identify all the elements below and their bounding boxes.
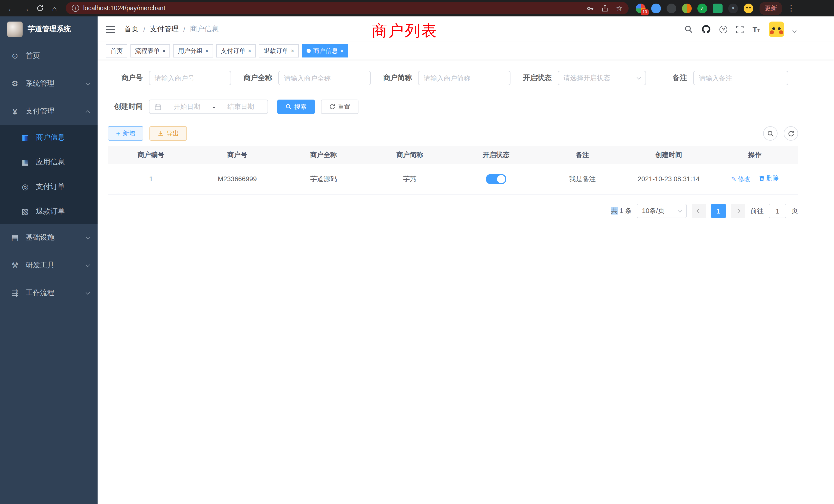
tab-merchant-info[interactable]: 商户信息 × [302,44,348,58]
reset-button[interactable]: 重置 [321,99,358,114]
browser-update-button[interactable]: 更新 [760,2,782,15]
site-info-icon[interactable]: i [72,5,79,12]
add-button[interactable]: + 新增 [108,126,143,141]
sidebar-item-infrastructure[interactable]: ▤ 基础设施 [0,224,97,251]
browser-address-bar[interactable]: i localhost:1024/pay/merchant ☆ [66,2,629,14]
extension-icon-badged[interactable]: 10 [636,3,645,13]
close-icon[interactable]: × [341,48,344,54]
extension-icon-dark[interactable] [666,3,676,13]
status-toggle[interactable] [486,174,506,184]
extension-icon-blue[interactable] [651,3,661,13]
github-icon[interactable] [702,25,711,34]
password-key-icon[interactable] [587,4,594,12]
sidebar-item-workflow[interactable]: ⇶ 工作流程 [0,279,97,307]
sidebar-item-label: 基础设施 [26,233,54,242]
extension-icon-yellow[interactable] [744,3,753,13]
tab-label: 用户分组 [178,46,203,55]
sidebar-item-merchant-info[interactable]: ▥ 商户信息 [0,125,97,150]
browser-forward-icon[interactable]: → [19,2,33,15]
avatar-caret-icon[interactable] [792,29,797,33]
sidebar-item-dev-tools[interactable]: ⚒ 研发工具 [0,251,97,279]
refund-icon: ▧ [21,207,30,216]
page-1-button[interactable]: 1 [711,204,726,218]
cell-merchant-no: M233666999 [194,175,280,183]
tab-pay-order[interactable]: 支付订单 × [216,44,256,58]
navbar-actions: ? TT [685,22,796,37]
merchant-name-input[interactable] [278,71,371,85]
merchant-no-input[interactable] [149,71,231,85]
col-actions: 操作 [712,151,798,160]
user-avatar[interactable] [769,22,784,37]
merchant-table: 商户编号 商户号 商户全称 商户简称 开启状态 备注 创建时间 操作 1 M23… [108,146,798,194]
next-page-button[interactable] [731,204,745,218]
date-range-picker[interactable]: 开始日期 - 结束日期 [149,99,268,114]
merchant-no-label: 商户号 [108,73,143,83]
sidebar-item-system-mgmt[interactable]: ⚙ 系统管理 [0,70,97,97]
tab-home[interactable]: 首页 [106,44,127,58]
close-icon[interactable]: × [291,48,294,54]
end-date-placeholder: 结束日期 [219,102,262,111]
close-icon[interactable]: × [205,48,208,54]
extension-icon-pinwheel[interactable]: ✳ [728,3,738,13]
edit-link[interactable]: ✎ 修改 [731,175,750,184]
extension-icon-avatar[interactable] [682,3,692,13]
breadcrumb-merchant-info: 商户信息 [190,25,219,34]
add-button-label: 新增 [123,129,135,138]
extension-badge: 10 [641,9,649,15]
bookmark-star-icon[interactable]: ☆ [616,4,622,12]
create-time-label: 创建时间 [108,102,143,111]
merchant-short-input[interactable] [418,71,510,85]
order-icon: ◎ [21,182,30,191]
export-button[interactable]: 导出 [150,126,187,141]
chevron-down-icon [678,208,682,212]
search-icon[interactable] [685,25,693,33]
close-icon[interactable]: × [248,48,251,54]
sidebar-item-pay-mgmt[interactable]: ¥ 支付管理 [0,97,97,125]
remark-input[interactable] [693,71,788,85]
status-label: 开启状态 [517,73,552,83]
page-size-select[interactable]: 10条/页 [637,204,687,218]
browser-home-icon[interactable]: ⌂ [47,2,62,15]
search-button[interactable]: 搜索 [277,99,315,114]
sidebar-item-pay-order[interactable]: ◎ 支付订单 [0,175,97,199]
cell-short-name: 芋艿 [367,174,453,183]
cell-actions: ✎ 修改 删除 [712,174,798,184]
reset-button-label: 重置 [338,102,350,111]
page-content: 商户号 商户全称 商户简称 开启状态 请选择开启状态 [97,60,834,218]
merchant-short-label: 商户简称 [377,73,412,83]
breadcrumb-pay-mgmt[interactable]: 支付管理 [150,25,179,34]
show-search-button[interactable] [763,126,777,141]
goto-page-input[interactable] [769,204,786,218]
prev-page-button[interactable] [692,204,706,218]
pinwheel-icon: ✳ [728,3,738,13]
browser-menu-icon[interactable]: ⋮ [787,4,795,13]
close-icon[interactable]: × [162,48,166,54]
font-size-icon[interactable]: TT [753,25,760,33]
tab-refund-order[interactable]: 退款订单 × [259,44,299,58]
tab-user-group[interactable]: 用户分组 × [173,44,213,58]
table-row: 1 M233666999 芋道源码 芋艿 我是备注 2021-10-23 08:… [108,164,798,194]
app-title: 芋道管理系统 [28,25,71,34]
app-logo[interactable]: 芋道管理系统 [0,17,97,42]
status-select[interactable]: 请选择开启状态 [558,71,646,85]
extension-icon-green-check[interactable]: ✓ [697,3,707,13]
cell-create-time: 2021-10-23 08:31:14 [626,175,712,183]
breadcrumb-home[interactable]: 首页 [124,25,139,34]
sidebar-item-label: 工作流程 [26,289,54,298]
browser-reload-icon[interactable] [33,2,47,15]
sidebar-item-label: 支付管理 [26,107,54,116]
tab-process-form[interactable]: 流程表单 × [130,44,170,58]
sidebar-item-home[interactable]: ⊙ 首页 [0,42,97,70]
delete-link[interactable]: 删除 [759,174,779,183]
sidebar-item-refund-order[interactable]: ▧ 退款订单 [0,199,97,224]
share-icon[interactable] [601,5,609,12]
cell-full-name: 芋道源码 [280,174,367,183]
fullscreen-icon[interactable] [736,25,744,33]
sidebar-toggle-icon[interactable] [106,26,115,33]
help-icon[interactable]: ? [720,25,727,33]
chevron-down-icon [86,81,90,85]
browser-back-icon[interactable]: ← [4,2,19,15]
refresh-button[interactable] [784,126,798,141]
sidebar-item-app-info[interactable]: ▦ 应用信息 [0,150,97,175]
extension-icon-green-square[interactable] [713,3,723,13]
